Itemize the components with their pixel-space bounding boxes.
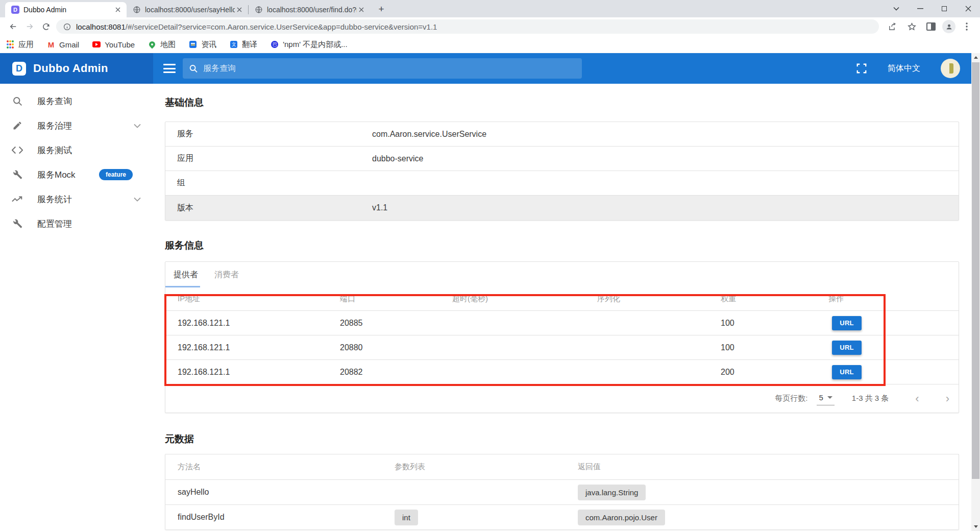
globe-icon [255,6,263,14]
field-label: 服务 [165,129,372,139]
next-page-icon[interactable]: › [946,393,949,404]
sidebar-item-label: 服务Mock [37,169,76,181]
kebab-menu-icon[interactable] [959,18,975,35]
provider-table-header: IP地址 端口 超时(毫秒) 序列化 权重 操作 [165,287,959,311]
tab-dubbo-admin[interactable]: D Dubbo Admin [5,2,127,17]
col-header-return: 返回值 [578,462,959,472]
tab-consumer[interactable]: 消费者 [206,262,247,287]
sidebar-item-config-management[interactable]: 配置管理 [0,211,153,236]
service-search-input[interactable] [203,64,576,73]
bookmark-npm-note[interactable]: 巴 'npm' 不是内部或... [271,40,348,50]
back-icon[interactable] [5,18,21,35]
return-type-chip: java.lang.String [578,485,646,500]
hamburger-menu-icon[interactable] [163,64,176,73]
wrench-icon [11,168,23,181]
forward-icon[interactable] [21,18,38,35]
cell-weight: 200 [721,368,828,377]
url-button[interactable]: URL [832,341,862,355]
cell-ip: 192.168.121.1 [165,319,340,328]
main-content: 基础信息 服务 com.Aaron.service.UserService 应用… [153,84,971,531]
tab-finddo[interactable]: localhost:8000/user/find.do?id [249,2,370,17]
table-row: findUserById int com.Aaron.pojo.User [165,505,959,530]
tab-close-icon[interactable] [235,5,244,14]
sidebar-item-label: 服务查询 [37,95,72,107]
sidebar-item-service-governance[interactable]: 服务治理 [0,113,153,138]
bookmark-maps[interactable]: 地图 [148,40,176,50]
col-header-ip: IP地址 [165,294,340,304]
table-row: 192.168.121.1 20880 100 URL [165,335,959,360]
cell-weight: 100 [721,319,828,328]
service-info-card: 提供者 消费者 IP地址 端口 超时(毫秒) 序列化 权重 操作 192.168… [165,261,959,413]
sidebar-item-service-test[interactable]: 服务测试 [0,138,153,162]
language-selector[interactable]: 简体中文 [888,63,920,74]
bookmark-label: Gmail [59,40,79,49]
bookmark-youtube[interactable]: YouTube [92,40,135,49]
browser-profile-avatar[interactable] [942,20,955,33]
apps-grid-icon [6,40,14,49]
scrollbar-thumb[interactable] [972,62,979,479]
info-icon[interactable] [63,23,71,31]
provider-consumer-tabs: 提供者 消费者 [165,262,959,287]
sidebar-item-service-search[interactable]: 服务查询 [0,89,153,113]
caret-down-icon [827,396,832,399]
tab-close-icon[interactable] [357,5,366,14]
sidebar-item-service-mock[interactable]: 服务Mock feature [0,162,153,187]
bookmark-news[interactable]: 资讯 [189,40,216,50]
window-close-button[interactable] [956,0,980,17]
dubbo-logo-icon: D [12,62,26,76]
search-icon [11,95,23,107]
basic-info-row: 服务 com.Aaron.service.UserService [165,122,959,147]
side-panel-icon[interactable] [923,18,939,35]
section-title-basic-info: 基础信息 [165,96,959,109]
basic-info-row: 组 [165,171,959,196]
rows-per-page-select[interactable]: 5 [817,392,834,405]
sidebar-item-service-statistics[interactable]: 服务统计 [0,187,153,211]
fullscreen-icon[interactable] [856,63,867,74]
chevron-down-icon [134,197,141,202]
user-avatar[interactable] [941,59,960,78]
tab-provider[interactable]: 提供者 [165,262,206,287]
code-icon [11,144,23,156]
col-header-params: 参数列表 [395,462,578,472]
bookmark-translate[interactable]: 文 翻译 [230,40,257,50]
map-pin-icon [148,40,156,49]
bookmark-apps[interactable]: 应用 [6,40,34,50]
basic-info-row: 版本 v1.1 [165,196,959,220]
pagination-bar: 每页行数: 5 1-3 共 3 条 ‹ › [165,384,959,413]
header-search-box[interactable] [183,58,582,79]
url-button[interactable]: URL [832,365,862,379]
url-button[interactable]: URL [832,316,862,330]
tab-search-caret-icon[interactable] [884,0,908,17]
tab-sayhello[interactable]: localhost:8000/user/sayHello.d [127,2,248,17]
scroll-down-arrow-icon[interactable] [971,522,980,531]
tab-close-icon[interactable] [113,5,122,14]
field-value: v1.1 [372,203,959,212]
dubbo-favicon-icon: D [11,6,19,14]
tab-title: localhost:8000/user/find.do?id [267,6,357,14]
sidebar-item-label: 配置管理 [37,218,72,230]
page-scrollbar[interactable] [971,53,980,531]
share-icon[interactable] [884,18,900,35]
feature-badge: feature [99,169,133,180]
field-value: dubbo-service [372,154,959,163]
url-bar[interactable]: localhost:8081/#/serviceDetail?service=c… [56,19,879,34]
scroll-up-arrow-icon[interactable] [971,53,980,62]
window-restore-button[interactable] [932,0,956,17]
sidebar-nav: 服务查询 服务治理 服务测试 服务Mock feature 服务统计 [0,84,153,531]
rows-per-page-value: 5 [819,393,823,402]
url-path: /#/serviceDetail?service=com.Aaron.servi… [126,22,437,31]
bookmark-label: 地图 [160,40,176,50]
cell-port: 20885 [340,319,452,328]
window-minimize-button[interactable] [908,0,932,17]
bookmark-label: 应用 [18,40,34,50]
sidebar-item-label: 服务测试 [37,144,72,156]
cell-method: findUserById [165,513,395,522]
prev-page-icon[interactable]: ‹ [915,393,919,404]
refresh-icon[interactable] [38,18,54,35]
search-icon [189,64,198,74]
bookmark-label: 'npm' 不是内部或... [283,40,348,50]
bookmark-gmail[interactable]: M Gmail [47,40,79,49]
bookmark-star-icon[interactable] [903,18,920,35]
new-tab-button[interactable]: + [374,2,388,16]
app-brand: D Dubbo Admin [0,53,153,84]
